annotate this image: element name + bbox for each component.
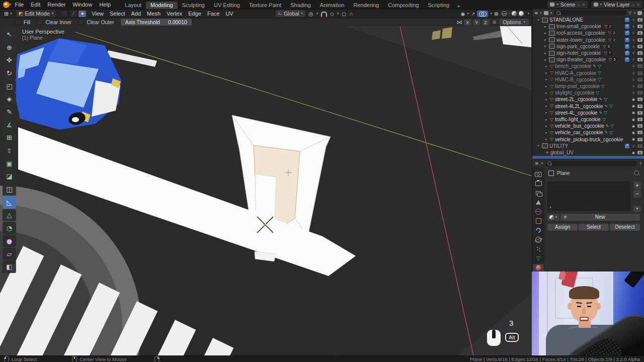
menu-vertex[interactable]: Vertex xyxy=(164,11,185,17)
menu-help[interactable]: Help xyxy=(96,0,114,9)
camera-visibility-icon[interactable] xyxy=(637,151,642,154)
disclosure-icon[interactable]: ▸ xyxy=(550,205,552,209)
gizmos-button[interactable]: ↗ xyxy=(471,11,475,17)
properties-tab-data[interactable]: ▽ xyxy=(533,254,544,262)
disclosure-icon[interactable]: ▸ xyxy=(544,124,548,128)
disclosure-icon[interactable]: ▸ xyxy=(543,51,547,55)
slot-specials-button[interactable]: ▾ xyxy=(633,206,641,212)
hide-icon[interactable]: ◉ xyxy=(632,111,635,115)
viewport-canvas[interactable] xyxy=(0,26,532,355)
menu-edit[interactable]: Edit xyxy=(27,0,44,9)
outliner-row-object[interactable]: ▸ ▽ HVAC-A_cgcookie ▽ ∨ xyxy=(532,70,644,76)
outliner-row-collection[interactable]: ▸ tree-small_cgcookie ▽2 ∨ xyxy=(532,23,644,30)
outliner-row-collection[interactable]: ▸ water-tower_cgcookie ▽2 ∨ xyxy=(532,37,644,43)
hide-icon[interactable]: ∨ xyxy=(632,144,635,148)
tool-add-cube[interactable]: ⊞ xyxy=(3,132,16,144)
material-slot-list[interactable]: ▸ : : : : xyxy=(547,182,630,211)
material-browse-dropdown[interactable]: ▾ xyxy=(547,214,559,221)
hide-icon[interactable]: ∨ xyxy=(632,77,635,82)
add-workspace-button[interactable]: + xyxy=(454,3,463,9)
hide-icon[interactable]: ◉ xyxy=(632,98,635,102)
new-view-layer-icon[interactable]: ▫ xyxy=(632,3,634,7)
tool-smooth[interactable]: ● xyxy=(3,235,16,247)
menu-edge[interactable]: Edge xyxy=(185,11,204,17)
disclosure-icon[interactable]: ▸ xyxy=(544,98,548,102)
proportional-editing-button[interactable]: ○ xyxy=(342,11,346,17)
camera-visibility-icon[interactable] xyxy=(637,31,642,35)
resize-grip[interactable]: : : : : xyxy=(584,205,594,209)
hide-icon[interactable]: ∨ xyxy=(632,31,635,35)
workspace-tab-animation[interactable]: Animation xyxy=(315,2,349,9)
properties-tab-world[interactable] xyxy=(533,208,544,215)
deselect-button[interactable]: Deselect xyxy=(610,224,640,231)
remove-slot-button[interactable]: − xyxy=(633,190,641,198)
properties-tab-physics[interactable] xyxy=(533,236,544,243)
menu-face[interactable]: Face xyxy=(204,11,222,17)
properties-search-input[interactable] xyxy=(545,161,637,166)
camera-visibility-icon[interactable] xyxy=(637,98,642,101)
hide-icon[interactable]: ∨ xyxy=(632,38,635,42)
mode-selector[interactable]: ◩ Edit Mode ▾ xyxy=(16,10,56,17)
camera-visibility-icon[interactable] xyxy=(637,124,642,128)
menu-file[interactable]: File xyxy=(12,0,28,9)
outliner-row-collection[interactable]: ▾ STANDALONE ∨ xyxy=(532,17,644,23)
camera-visibility-icon[interactable] xyxy=(637,18,642,22)
add-slot-button[interactable]: + xyxy=(633,182,641,189)
hide-icon[interactable]: ∨ xyxy=(632,57,635,62)
outliner-row-collection[interactable]: ▸ sign-park_cgcookie ▽5 ∨ xyxy=(532,43,644,50)
snap-base-icon[interactable]: ⊞ xyxy=(493,20,497,25)
disclosure-icon[interactable]: ▸ xyxy=(544,64,548,68)
disclosure-icon[interactable]: ▸ xyxy=(544,71,548,75)
disclosure-icon[interactable]: ▸ xyxy=(544,111,548,115)
outliner-row-object[interactable]: ▸ ▽ skylight_cgcookie ▽ ∨ xyxy=(532,89,644,96)
properties-tab-output[interactable] xyxy=(533,180,544,188)
outliner-row-object[interactable]: ▸ ▽ street-4L_cgcookie ✎ ▽ ◉ xyxy=(532,110,644,116)
outliner-row-object[interactable]: ✛ global_UV ◉ xyxy=(532,149,644,156)
menu-add[interactable]: Add xyxy=(128,11,144,17)
checkbox[interactable] xyxy=(625,38,629,42)
options-dropdown[interactable]: Options ▾ xyxy=(499,19,529,26)
disclosure-icon[interactable]: ▸ xyxy=(543,25,547,29)
workspace-tab-uv-editing[interactable]: UV Editing xyxy=(209,2,245,9)
clear-inner-checkbox[interactable]: Clear Inner xyxy=(37,19,71,25)
disclosure-icon[interactable]: ▸ xyxy=(543,38,547,42)
camera-visibility-icon[interactable] xyxy=(637,84,642,88)
disclosure-icon[interactable]: ▸ xyxy=(544,118,548,122)
tool-rotate[interactable]: ↻ xyxy=(3,67,16,79)
camera-visibility-icon[interactable] xyxy=(637,118,642,121)
hide-icon[interactable]: ◉ xyxy=(632,131,635,135)
hide-icon[interactable]: ∨ xyxy=(632,71,635,75)
workspace-tab-scripting[interactable]: Scripting xyxy=(423,2,454,9)
clear-outer-checkbox[interactable]: Clear Outer xyxy=(78,19,114,25)
checkbox[interactable] xyxy=(625,44,629,49)
outliner-row-object[interactable]: ▸ ▽ vehicle_car_cgcookie ✎ ▽ ◉ xyxy=(532,129,644,136)
axis-threshold-field[interactable]: Axis Threshold 0.00010 xyxy=(121,19,192,26)
camera-visibility-icon[interactable] xyxy=(637,91,642,95)
outliner-settings-icon[interactable] xyxy=(637,11,642,15)
workspace-tab-layout[interactable]: Layout xyxy=(120,2,146,9)
disclosure-icon[interactable]: ▸ xyxy=(544,137,548,141)
scene-selector[interactable]: ▾ Scene ▫ ✕ xyxy=(547,1,588,8)
vertex-select-button[interactable]: ∴ xyxy=(60,10,68,18)
editor-type-button[interactable]: ≡ xyxy=(534,11,538,16)
disclosure-icon[interactable]: ▸ xyxy=(543,31,547,35)
fill-checkbox[interactable]: Fill xyxy=(15,19,30,25)
outliner-row-collection[interactable]: ▸ roof-access_cgcookie ▽2 ∨ xyxy=(532,30,644,36)
camera-visibility-icon[interactable] xyxy=(637,144,642,148)
tool-transform[interactable]: ◈ xyxy=(3,93,16,105)
outliner-row-object[interactable]: ▸ ▽ vehicle_pickup-truck_cgcookie ◉ xyxy=(532,136,644,143)
close-icon[interactable]: ✕ xyxy=(582,3,586,7)
camera-visibility-icon[interactable] xyxy=(637,111,642,115)
camera-visibility-icon[interactable] xyxy=(637,131,642,134)
disclosure-icon[interactable]: ▾ xyxy=(536,144,540,148)
show-gizmo-button[interactable]: ◉ xyxy=(461,11,465,17)
tool-rip-region[interactable]: ◧ xyxy=(3,260,16,273)
tool-move[interactable]: ✜ xyxy=(3,54,16,66)
hide-icon[interactable]: ∨ xyxy=(632,44,635,49)
properties-tab-view-layer[interactable] xyxy=(533,189,544,197)
rendered-shading-button[interactable] xyxy=(519,11,524,16)
workspace-tab-rendering[interactable]: Rendering xyxy=(349,2,383,9)
disclosure-icon[interactable]: ▾ xyxy=(536,18,540,22)
pivot-point-button[interactable]: ◎ xyxy=(308,11,313,17)
outliner-row-object[interactable]: ▸ ▽ lamp-post_cgcookie ▽ ∨ xyxy=(532,83,644,89)
